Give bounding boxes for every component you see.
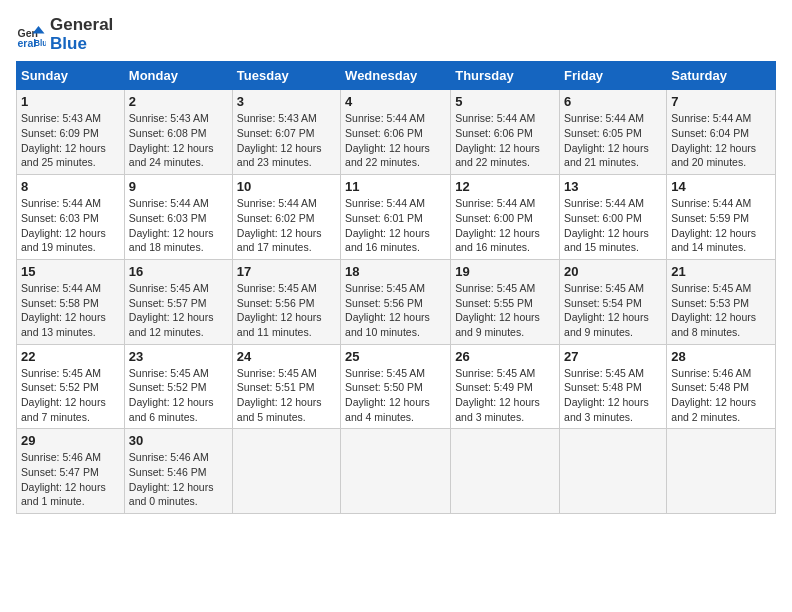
day-number: 13 bbox=[564, 179, 662, 194]
day-info: Sunrise: 5:45 AM Sunset: 5:55 PM Dayligh… bbox=[455, 281, 555, 340]
day-number: 28 bbox=[671, 349, 771, 364]
day-number: 15 bbox=[21, 264, 120, 279]
calendar-day-cell: 29 Sunrise: 5:46 AM Sunset: 5:47 PM Dayl… bbox=[17, 429, 125, 514]
day-info: Sunrise: 5:44 AM Sunset: 6:03 PM Dayligh… bbox=[129, 196, 228, 255]
day-number: 7 bbox=[671, 94, 771, 109]
header-wednesday: Wednesday bbox=[341, 62, 451, 90]
calendar-day-cell: 27 Sunrise: 5:45 AM Sunset: 5:48 PM Dayl… bbox=[560, 344, 667, 429]
calendar-day-cell: 10 Sunrise: 5:44 AM Sunset: 6:02 PM Dayl… bbox=[232, 175, 340, 260]
day-number: 22 bbox=[21, 349, 120, 364]
day-info: Sunrise: 5:43 AM Sunset: 6:08 PM Dayligh… bbox=[129, 111, 228, 170]
day-info: Sunrise: 5:45 AM Sunset: 5:53 PM Dayligh… bbox=[671, 281, 771, 340]
calendar-day-cell: 4 Sunrise: 5:44 AM Sunset: 6:06 PM Dayli… bbox=[341, 90, 451, 175]
calendar-day-cell: 22 Sunrise: 5:45 AM Sunset: 5:52 PM Dayl… bbox=[17, 344, 125, 429]
day-number: 18 bbox=[345, 264, 446, 279]
day-info: Sunrise: 5:46 AM Sunset: 5:47 PM Dayligh… bbox=[21, 450, 120, 509]
day-number: 17 bbox=[237, 264, 336, 279]
day-number: 19 bbox=[455, 264, 555, 279]
day-info: Sunrise: 5:45 AM Sunset: 5:50 PM Dayligh… bbox=[345, 366, 446, 425]
calendar-day-cell: 11 Sunrise: 5:44 AM Sunset: 6:01 PM Dayl… bbox=[341, 175, 451, 260]
calendar-day-cell: 15 Sunrise: 5:44 AM Sunset: 5:58 PM Dayl… bbox=[17, 259, 125, 344]
logo: Gen eral Blue General Blue bbox=[16, 16, 113, 53]
header-tuesday: Tuesday bbox=[232, 62, 340, 90]
header-thursday: Thursday bbox=[451, 62, 560, 90]
day-info: Sunrise: 5:45 AM Sunset: 5:56 PM Dayligh… bbox=[345, 281, 446, 340]
calendar-day-cell: 16 Sunrise: 5:45 AM Sunset: 5:57 PM Dayl… bbox=[124, 259, 232, 344]
day-number: 26 bbox=[455, 349, 555, 364]
calendar-week-row: 8 Sunrise: 5:44 AM Sunset: 6:03 PM Dayli… bbox=[17, 175, 776, 260]
svg-text:Blue: Blue bbox=[34, 38, 46, 47]
day-info: Sunrise: 5:45 AM Sunset: 5:48 PM Dayligh… bbox=[564, 366, 662, 425]
day-number: 23 bbox=[129, 349, 228, 364]
day-number: 3 bbox=[237, 94, 336, 109]
header-monday: Monday bbox=[124, 62, 232, 90]
logo-icon: Gen eral Blue bbox=[16, 20, 46, 50]
day-info: Sunrise: 5:44 AM Sunset: 6:05 PM Dayligh… bbox=[564, 111, 662, 170]
day-info: Sunrise: 5:46 AM Sunset: 5:48 PM Dayligh… bbox=[671, 366, 771, 425]
day-number: 1 bbox=[21, 94, 120, 109]
calendar-day-cell: 2 Sunrise: 5:43 AM Sunset: 6:08 PM Dayli… bbox=[124, 90, 232, 175]
empty-cell bbox=[341, 429, 451, 514]
day-number: 5 bbox=[455, 94, 555, 109]
day-info: Sunrise: 5:43 AM Sunset: 6:09 PM Dayligh… bbox=[21, 111, 120, 170]
calendar-day-cell: 25 Sunrise: 5:45 AM Sunset: 5:50 PM Dayl… bbox=[341, 344, 451, 429]
day-info: Sunrise: 5:43 AM Sunset: 6:07 PM Dayligh… bbox=[237, 111, 336, 170]
calendar-day-cell: 19 Sunrise: 5:45 AM Sunset: 5:55 PM Dayl… bbox=[451, 259, 560, 344]
day-number: 25 bbox=[345, 349, 446, 364]
day-info: Sunrise: 5:44 AM Sunset: 6:01 PM Dayligh… bbox=[345, 196, 446, 255]
day-info: Sunrise: 5:45 AM Sunset: 5:56 PM Dayligh… bbox=[237, 281, 336, 340]
day-info: Sunrise: 5:45 AM Sunset: 5:52 PM Dayligh… bbox=[129, 366, 228, 425]
calendar-week-row: 15 Sunrise: 5:44 AM Sunset: 5:58 PM Dayl… bbox=[17, 259, 776, 344]
calendar-day-cell: 13 Sunrise: 5:44 AM Sunset: 6:00 PM Dayl… bbox=[560, 175, 667, 260]
day-number: 4 bbox=[345, 94, 446, 109]
calendar-day-cell: 6 Sunrise: 5:44 AM Sunset: 6:05 PM Dayli… bbox=[560, 90, 667, 175]
calendar-table: SundayMondayTuesdayWednesdayThursdayFrid… bbox=[16, 61, 776, 514]
calendar-week-row: 29 Sunrise: 5:46 AM Sunset: 5:47 PM Dayl… bbox=[17, 429, 776, 514]
day-info: Sunrise: 5:44 AM Sunset: 6:06 PM Dayligh… bbox=[345, 111, 446, 170]
calendar-day-cell: 17 Sunrise: 5:45 AM Sunset: 5:56 PM Dayl… bbox=[232, 259, 340, 344]
day-info: Sunrise: 5:45 AM Sunset: 5:49 PM Dayligh… bbox=[455, 366, 555, 425]
calendar-week-row: 1 Sunrise: 5:43 AM Sunset: 6:09 PM Dayli… bbox=[17, 90, 776, 175]
day-info: Sunrise: 5:44 AM Sunset: 6:00 PM Dayligh… bbox=[564, 196, 662, 255]
calendar-day-cell: 20 Sunrise: 5:45 AM Sunset: 5:54 PM Dayl… bbox=[560, 259, 667, 344]
day-number: 8 bbox=[21, 179, 120, 194]
day-number: 27 bbox=[564, 349, 662, 364]
day-number: 30 bbox=[129, 433, 228, 448]
day-number: 16 bbox=[129, 264, 228, 279]
calendar-day-cell: 7 Sunrise: 5:44 AM Sunset: 6:04 PM Dayli… bbox=[667, 90, 776, 175]
day-number: 10 bbox=[237, 179, 336, 194]
calendar-day-cell: 28 Sunrise: 5:46 AM Sunset: 5:48 PM Dayl… bbox=[667, 344, 776, 429]
calendar-day-cell: 24 Sunrise: 5:45 AM Sunset: 5:51 PM Dayl… bbox=[232, 344, 340, 429]
empty-cell bbox=[232, 429, 340, 514]
day-info: Sunrise: 5:44 AM Sunset: 5:59 PM Dayligh… bbox=[671, 196, 771, 255]
day-info: Sunrise: 5:44 AM Sunset: 6:06 PM Dayligh… bbox=[455, 111, 555, 170]
calendar-day-cell: 8 Sunrise: 5:44 AM Sunset: 6:03 PM Dayli… bbox=[17, 175, 125, 260]
calendar-day-cell: 3 Sunrise: 5:43 AM Sunset: 6:07 PM Dayli… bbox=[232, 90, 340, 175]
day-number: 11 bbox=[345, 179, 446, 194]
day-number: 21 bbox=[671, 264, 771, 279]
day-info: Sunrise: 5:44 AM Sunset: 6:02 PM Dayligh… bbox=[237, 196, 336, 255]
calendar-week-row: 22 Sunrise: 5:45 AM Sunset: 5:52 PM Dayl… bbox=[17, 344, 776, 429]
calendar-day-cell: 1 Sunrise: 5:43 AM Sunset: 6:09 PM Dayli… bbox=[17, 90, 125, 175]
day-number: 29 bbox=[21, 433, 120, 448]
day-info: Sunrise: 5:44 AM Sunset: 6:00 PM Dayligh… bbox=[455, 196, 555, 255]
calendar-day-cell: 21 Sunrise: 5:45 AM Sunset: 5:53 PM Dayl… bbox=[667, 259, 776, 344]
header-friday: Friday bbox=[560, 62, 667, 90]
empty-cell bbox=[451, 429, 560, 514]
calendar-day-cell: 23 Sunrise: 5:45 AM Sunset: 5:52 PM Dayl… bbox=[124, 344, 232, 429]
empty-cell bbox=[667, 429, 776, 514]
day-number: 6 bbox=[564, 94, 662, 109]
day-number: 14 bbox=[671, 179, 771, 194]
calendar-day-cell: 9 Sunrise: 5:44 AM Sunset: 6:03 PM Dayli… bbox=[124, 175, 232, 260]
day-info: Sunrise: 5:45 AM Sunset: 5:57 PM Dayligh… bbox=[129, 281, 228, 340]
header-sunday: Sunday bbox=[17, 62, 125, 90]
day-info: Sunrise: 5:44 AM Sunset: 6:03 PM Dayligh… bbox=[21, 196, 120, 255]
day-number: 2 bbox=[129, 94, 228, 109]
calendar-day-cell: 12 Sunrise: 5:44 AM Sunset: 6:00 PM Dayl… bbox=[451, 175, 560, 260]
day-info: Sunrise: 5:45 AM Sunset: 5:54 PM Dayligh… bbox=[564, 281, 662, 340]
day-info: Sunrise: 5:45 AM Sunset: 5:51 PM Dayligh… bbox=[237, 366, 336, 425]
day-number: 24 bbox=[237, 349, 336, 364]
day-number: 9 bbox=[129, 179, 228, 194]
calendar-day-cell: 26 Sunrise: 5:45 AM Sunset: 5:49 PM Dayl… bbox=[451, 344, 560, 429]
header-saturday: Saturday bbox=[667, 62, 776, 90]
